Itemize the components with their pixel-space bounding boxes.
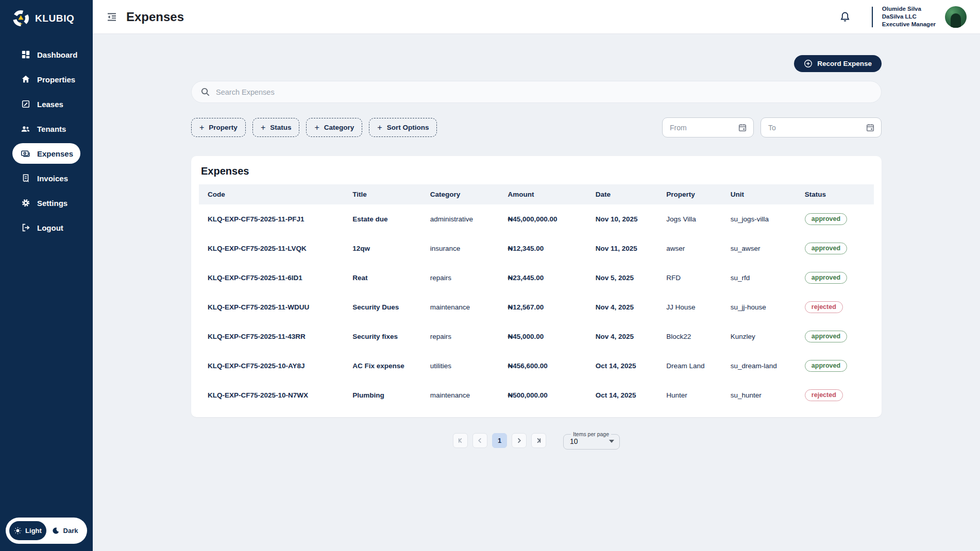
column-header-unit: Unit (725, 184, 800, 204)
filter-row: +Property +Status +Category +Sort Option… (191, 117, 882, 137)
search-input[interactable] (216, 88, 872, 96)
date-to-field[interactable]: To (761, 117, 882, 137)
sidebar-item-label: Logout (37, 223, 63, 232)
sidebar-item-label: Leases (37, 100, 63, 109)
sidebar-item-label: Invoices (37, 174, 68, 183)
table-row[interactable]: KLQ-EXP-CF75-2025-10-AY8J AC Fix expense… (199, 351, 874, 381)
cell-code: KLQ-EXP-CF75-2025-11-43RR (199, 322, 347, 351)
plus-icon: + (314, 123, 319, 132)
cell-date: Nov 10, 2025 (590, 204, 662, 234)
user-info: Olumide Silva DaSilva LLC Executive Mana… (882, 5, 936, 28)
status-badge: rejected (805, 389, 843, 401)
chevron-down-icon (609, 440, 614, 443)
invoice-icon (21, 174, 30, 183)
theme-dark-button[interactable]: Dark (46, 521, 83, 540)
table-row[interactable]: KLQ-EXP-CF75-2025-11-6ID1 Reat repairs ₦… (199, 263, 874, 292)
cell-code: KLQ-EXP-CF75-2025-11-LVQK (199, 234, 347, 263)
cell-category: maintenance (425, 381, 503, 410)
sidebar-item-dashboard[interactable]: Dashboard (12, 44, 80, 65)
table-row[interactable]: KLQ-EXP-CF75-2025-11-WDUU Security Dues … (199, 292, 874, 322)
previous-page-button[interactable] (472, 433, 487, 448)
status-badge: approved (805, 243, 847, 254)
cell-category: utilities (425, 351, 503, 381)
filter-chip-property[interactable]: +Property (191, 118, 246, 137)
sidebar-item-tenants[interactable]: Tenants (12, 118, 80, 139)
klubiq-logo-icon (11, 9, 30, 28)
cell-property: JJ House (661, 292, 725, 322)
date-to-placeholder: To (768, 124, 776, 132)
cell-date: Oct 14, 2025 (590, 381, 662, 410)
notification-bell-icon[interactable] (839, 11, 851, 23)
calendar-icon (866, 123, 875, 132)
filter-chip-status[interactable]: +Status (252, 118, 300, 137)
filter-chip-label: Status (270, 124, 291, 131)
gear-icon (21, 198, 30, 208)
cell-amount: ₦23,445.00 (502, 263, 590, 292)
cell-status: rejected (800, 381, 874, 410)
search-bar (191, 81, 882, 103)
tenants-icon (21, 124, 30, 134)
filter-chip-label: Property (209, 124, 238, 131)
cell-amount: ₦45,000.00 (502, 322, 590, 351)
plus-icon: + (261, 123, 265, 132)
expenses-icon (21, 149, 30, 159)
table-row[interactable]: KLQ-EXP-CF75-2025-11-PFJ1 Estate due adm… (199, 204, 874, 234)
status-badge: approved (805, 331, 847, 342)
column-header-amount: Amount (502, 184, 590, 204)
record-expense-button[interactable]: Record Expense (794, 55, 882, 72)
cell-code: KLQ-EXP-CF75-2025-10-N7WX (199, 381, 347, 410)
items-per-page-select[interactable]: 10 (570, 437, 614, 445)
sidebar-item-expenses[interactable]: Expenses (12, 143, 80, 164)
column-header-category: Category (425, 184, 503, 204)
dashboard-icon (21, 50, 30, 60)
theme-light-button[interactable]: Light (9, 521, 46, 540)
cell-status: approved (800, 204, 874, 234)
sidebar-item-settings[interactable]: Settings (12, 193, 80, 213)
table-row[interactable]: KLQ-EXP-CF75-2025-10-N7WX Plumbing maint… (199, 381, 874, 410)
column-header-status: Status (800, 184, 874, 204)
sidebar-collapse-icon[interactable] (106, 11, 117, 23)
sidebar-item-logout[interactable]: Logout (12, 217, 80, 238)
table-title: Expenses (201, 165, 872, 177)
sidebar-item-label: Properties (37, 75, 75, 84)
sidebar-item-leases[interactable]: Leases (12, 94, 80, 114)
cell-property: Dream Land (661, 351, 725, 381)
header-divider (872, 7, 873, 27)
cell-title: Security Dues (347, 292, 425, 322)
search-icon (200, 87, 210, 97)
cell-date: Nov 11, 2025 (590, 234, 662, 263)
cell-category: repairs (425, 322, 503, 351)
logout-icon (21, 223, 30, 233)
cell-unit: su_jogs-villa (725, 204, 800, 234)
table-row[interactable]: KLQ-EXP-CF75-2025-11-LVQK 12qw insurance… (199, 234, 874, 263)
last-page-button[interactable] (531, 433, 546, 448)
status-badge: approved (805, 213, 847, 225)
first-page-button[interactable] (453, 433, 468, 448)
cell-unit: su_rfd (725, 263, 800, 292)
cell-code: KLQ-EXP-CF75-2025-11-PFJ1 (199, 204, 347, 234)
items-per-page-field: Items per page 10 (563, 431, 620, 450)
cell-title: 12qw (347, 234, 425, 263)
avatar[interactable] (945, 6, 967, 28)
cell-unit: su_jj-house (725, 292, 800, 322)
sidebar-item-invoices[interactable]: Invoices (12, 168, 80, 188)
table-row[interactable]: KLQ-EXP-CF75-2025-11-43RR Security fixes… (199, 322, 874, 351)
filter-chip-category[interactable]: +Category (306, 118, 362, 137)
cell-code: KLQ-EXP-CF75-2025-11-WDUU (199, 292, 347, 322)
page-number-button[interactable]: 1 (492, 433, 507, 448)
theme-light-label: Light (25, 527, 42, 535)
next-page-button[interactable] (512, 433, 527, 448)
sidebar-item-properties[interactable]: Properties (12, 69, 80, 90)
date-from-field[interactable]: From (662, 117, 754, 137)
cell-title: AC Fix expense (347, 351, 425, 381)
filter-chip-sort-options[interactable]: +Sort Options (369, 118, 437, 137)
theme-dark-label: Dark (63, 527, 78, 535)
cell-unit: su_hunter (725, 381, 800, 410)
plus-circle-icon (804, 59, 813, 68)
cell-code: KLQ-EXP-CF75-2025-11-6ID1 (199, 263, 347, 292)
cell-status: approved (800, 322, 874, 351)
cell-category: repairs (425, 263, 503, 292)
pagination: 1 Items per page 10 (191, 431, 882, 450)
lease-icon (21, 99, 30, 109)
cell-title: Plumbing (347, 381, 425, 410)
